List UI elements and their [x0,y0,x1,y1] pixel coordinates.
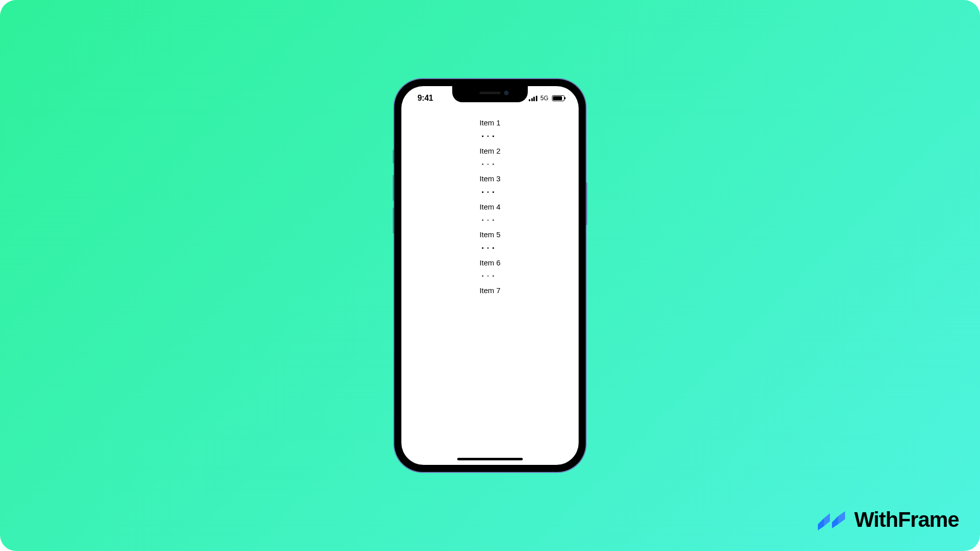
network-type-label: 5G [540,95,548,102]
divider-dots-icon [482,160,494,170]
phone-screen: 9:41 5G Item 1 Item 2 Item 3 [401,86,579,465]
withframe-brand-label: WithFrame [854,508,959,532]
battery-fill [553,96,562,100]
list-item[interactable]: Item 6 [479,253,501,271]
list-item[interactable]: Item 1 [479,113,501,131]
phone-volume-up [393,175,394,201]
phone-notch [452,86,528,102]
phone-mute-switch [393,150,394,164]
divider-dots-icon [482,131,494,142]
list-item[interactable]: Item 4 [479,197,501,216]
divider-dots-icon [482,243,494,253]
battery-icon [552,95,565,101]
divider-dots-icon [482,187,494,197]
list-item[interactable]: Item 2 [479,142,501,160]
phone-volume-down [393,208,394,234]
list-item[interactable]: Item 3 [479,169,501,187]
app-background: 9:41 5G Item 1 Item 2 Item 3 [0,0,980,551]
cellular-signal-icon [529,96,537,101]
phone-device-frame: 9:41 5G Item 1 Item 2 Item 3 [394,79,586,472]
status-right-cluster: 5G [529,95,565,102]
list-item[interactable]: Item 7 [479,281,501,299]
phone-power-button [586,182,587,225]
divider-dots-icon [482,271,494,282]
list-content[interactable]: Item 1 Item 2 Item 3 Item 4 Item 5 Item … [401,110,579,299]
withframe-brand: WithFrame [817,508,959,532]
list-item[interactable]: Item 5 [479,225,501,243]
home-indicator[interactable] [457,458,523,460]
withframe-logo-icon [817,509,847,530]
phone-front-camera [504,91,509,95]
phone-speaker [479,92,501,94]
divider-dots-icon [482,216,494,226]
status-time: 9:41 [417,94,433,103]
